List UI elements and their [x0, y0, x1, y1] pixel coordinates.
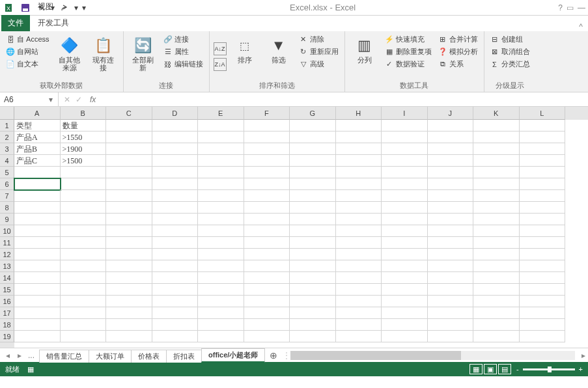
cell[interactable]: [382, 284, 428, 296]
cell[interactable]: [106, 260, 152, 272]
cell[interactable]: [106, 202, 152, 214]
cell[interactable]: [473, 155, 520, 167]
row-header[interactable]: 19: [0, 331, 14, 342]
cell[interactable]: [382, 260, 428, 272]
name-box[interactable]: A6▾: [0, 92, 59, 106]
cell[interactable]: [61, 225, 107, 237]
cell[interactable]: [336, 249, 382, 260]
cell[interactable]: [14, 307, 61, 319]
cell[interactable]: [290, 132, 336, 143]
from-web-button[interactable]: 🌐自网站: [4, 46, 51, 57]
refresh-all-button[interactable]: 🔄全部刷新: [128, 34, 159, 79]
fx-icon[interactable]: fx: [87, 95, 98, 104]
cell[interactable]: 数量: [61, 120, 107, 132]
relations-button[interactable]: ⧉关系: [436, 59, 480, 70]
cell[interactable]: [106, 190, 152, 202]
column-header[interactable]: D: [152, 107, 199, 120]
cell[interactable]: [198, 167, 244, 178]
row-header[interactable]: 18: [0, 319, 14, 331]
cell[interactable]: [61, 202, 107, 214]
sheet-nav-prev-icon[interactable]: ▸: [14, 351, 25, 360]
tab-视图[interactable]: 视图: [30, 0, 77, 15]
cell[interactable]: [428, 120, 474, 132]
cell[interactable]: [290, 296, 336, 307]
cell[interactable]: [198, 190, 244, 202]
cell[interactable]: [336, 237, 382, 249]
cell[interactable]: [152, 178, 199, 190]
cell[interactable]: [152, 167, 199, 178]
cell[interactable]: [520, 143, 566, 155]
sort-button[interactable]: ⬚排序: [229, 34, 260, 79]
row-header[interactable]: 11: [0, 237, 14, 249]
cell[interactable]: [520, 225, 566, 237]
from-other-button[interactable]: 🔷自其他来源: [54, 34, 85, 79]
cell[interactable]: [428, 155, 474, 167]
cell[interactable]: [14, 225, 61, 237]
add-sheet-button[interactable]: ⊕: [264, 350, 283, 361]
cell[interactable]: [152, 214, 199, 225]
cell[interactable]: 类型: [14, 120, 61, 132]
sheet-nav-first-icon[interactable]: ◂: [3, 351, 13, 360]
cell[interactable]: [520, 132, 566, 143]
row-header[interactable]: 13: [0, 260, 14, 272]
cell[interactable]: [428, 331, 474, 342]
advanced-filter-button[interactable]: ▽高级: [297, 59, 341, 70]
cell[interactable]: [198, 331, 244, 342]
row-header[interactable]: 9: [0, 214, 14, 225]
column-header[interactable]: G: [290, 107, 336, 120]
view-page-break-button[interactable]: ▤: [498, 364, 511, 374]
sheet-tab[interactable]: 大额订单: [89, 350, 132, 363]
help-icon[interactable]: ?: [558, 3, 563, 12]
cell[interactable]: [428, 319, 474, 331]
cell[interactable]: [290, 319, 336, 331]
cell[interactable]: [106, 225, 152, 237]
row-header[interactable]: 3: [0, 143, 14, 155]
cell[interactable]: [106, 214, 152, 225]
cell[interactable]: [198, 178, 244, 190]
flash-fill-button[interactable]: ⚡快速填充: [383, 34, 434, 45]
cell[interactable]: [473, 178, 520, 190]
row-header[interactable]: 14: [0, 272, 14, 284]
cell[interactable]: >1900: [61, 143, 107, 155]
cell[interactable]: [244, 132, 290, 143]
sheet-nav-more[interactable]: ...: [26, 351, 36, 360]
cell[interactable]: [14, 178, 61, 190]
cell[interactable]: [336, 143, 382, 155]
collapse-ribbon-icon[interactable]: ^: [579, 22, 587, 31]
cell[interactable]: [336, 319, 382, 331]
cell[interactable]: [152, 319, 199, 331]
cell[interactable]: [336, 167, 382, 178]
row-header[interactable]: 17: [0, 307, 14, 319]
cell[interactable]: [106, 237, 152, 249]
row-header[interactable]: 15: [0, 284, 14, 296]
cell[interactable]: [428, 284, 474, 296]
cell[interactable]: [520, 178, 566, 190]
cell[interactable]: [473, 272, 520, 284]
sheet-tab[interactable]: 价格表: [131, 350, 167, 363]
cell[interactable]: 产品B: [14, 143, 61, 155]
cell[interactable]: [244, 331, 290, 342]
cell[interactable]: [336, 214, 382, 225]
cell[interactable]: [382, 296, 428, 307]
cell[interactable]: [198, 237, 244, 249]
cell[interactable]: [61, 249, 107, 260]
cell[interactable]: [428, 143, 474, 155]
tab-开发工具[interactable]: 开发工具: [30, 15, 77, 31]
cell[interactable]: [290, 284, 336, 296]
column-header[interactable]: K: [473, 107, 520, 120]
cell[interactable]: [106, 120, 152, 132]
cell[interactable]: [290, 260, 336, 272]
cell[interactable]: [520, 167, 566, 178]
cell[interactable]: [336, 132, 382, 143]
cell[interactable]: [152, 202, 199, 214]
scroll-right-icon[interactable]: ▸: [579, 351, 588, 360]
cell[interactable]: [14, 214, 61, 225]
cell[interactable]: [152, 155, 199, 167]
row-header[interactable]: 5: [0, 167, 14, 178]
cell[interactable]: [106, 132, 152, 143]
cell[interactable]: [61, 331, 107, 342]
cell[interactable]: [520, 120, 566, 132]
cell[interactable]: [106, 178, 152, 190]
cancel-formula-icon[interactable]: ✕: [64, 95, 70, 104]
cell[interactable]: [152, 225, 199, 237]
